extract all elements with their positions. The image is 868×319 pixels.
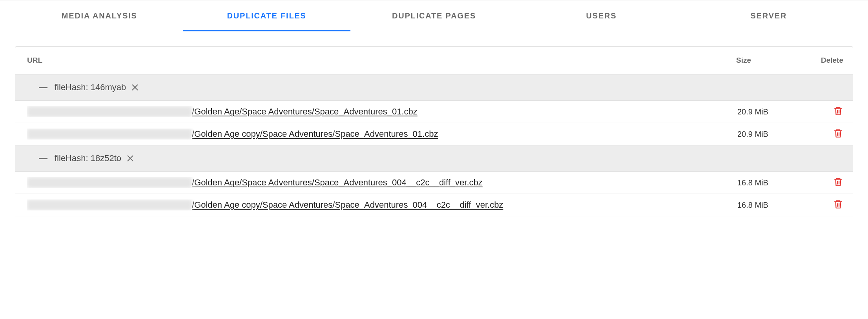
file-link[interactable]: /Golden Age copy/Space Adventures/Space_… [192,200,503,210]
close-icon[interactable] [126,154,135,163]
file-size: 20.9 MiB [737,107,812,117]
file-row: /Golden Age/Space Adventures/Space_Adven… [15,171,853,194]
table-header: URL Size Delete [15,47,853,74]
trash-icon[interactable] [833,176,843,187]
file-link[interactable]: /Golden Age/Space Adventures/Space_Adven… [192,178,483,188]
tab-server[interactable]: SERVER [685,0,852,31]
trash-icon[interactable] [833,128,843,139]
tab-users[interactable]: USERS [518,0,685,31]
redacted-path-prefix [27,106,192,117]
group-label: fileHash: 18z52to [55,153,121,163]
collapse-icon[interactable] [39,158,47,159]
file-link[interactable]: /Golden Age copy/Space Adventures/Space_… [192,129,438,139]
group-header[interactable]: fileHash: 18z52to [15,145,853,171]
file-link[interactable]: /Golden Age/Space Adventures/Space_Adven… [192,107,418,117]
close-icon[interactable] [131,83,139,92]
redacted-path-prefix [27,177,192,188]
col-header-size: Size [736,56,811,65]
file-row: /Golden Age copy/Space Adventures/Space_… [15,194,853,216]
collapse-icon[interactable] [39,87,47,88]
redacted-path-prefix [27,199,192,210]
file-row: /Golden Age copy/Space Adventures/Space_… [15,123,853,145]
tab-bar: MEDIA ANALYSIS DUPLICATE FILES DUPLICATE… [0,0,868,31]
file-size: 16.8 MiB [737,200,812,210]
col-header-delete: Delete [812,56,843,65]
tab-duplicate-files[interactable]: DUPLICATE FILES [183,0,350,31]
file-size: 20.9 MiB [737,129,812,140]
redacted-path-prefix [27,129,192,140]
col-header-url: URL [27,56,736,65]
file-size: 16.8 MiB [737,178,812,188]
group-header[interactable]: fileHash: 146myab [15,74,853,100]
trash-icon[interactable] [833,105,843,116]
duplicates-table: URL Size Delete fileHash: 146myab /Golde… [15,46,853,216]
tab-media-analysis[interactable]: MEDIA ANALYSIS [16,0,183,31]
trash-icon[interactable] [833,199,843,210]
tab-duplicate-pages[interactable]: DUPLICATE PAGES [350,0,518,31]
group-label: fileHash: 146myab [55,82,126,92]
file-row: /Golden Age/Space Adventures/Space_Adven… [15,100,853,123]
